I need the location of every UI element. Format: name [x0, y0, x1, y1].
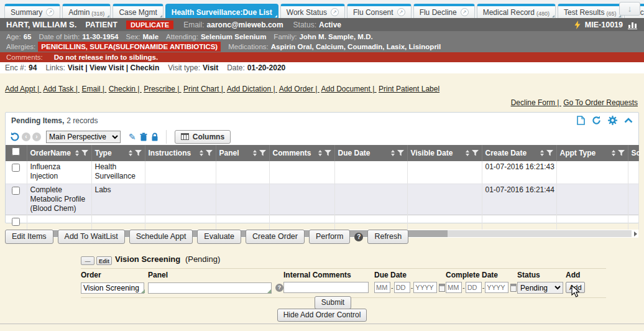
scroll-right-icon[interactable] — [634, 231, 637, 236]
link-checkin[interactable]: Checkin — [131, 63, 160, 72]
tab-test-results[interactable]: Test Results (65) — [558, 4, 622, 18]
panel-help-icon[interactable]: ? — [275, 284, 283, 292]
col-instructions[interactable]: Instructions — [149, 149, 191, 157]
new-document-icon[interactable] — [577, 116, 585, 125]
filter-icon[interactable] — [81, 150, 88, 156]
filter-icon[interactable] — [618, 150, 625, 156]
col-due-date[interactable]: Due Date — [338, 149, 370, 157]
filter-icon[interactable] — [259, 150, 266, 156]
sort-icon[interactable] — [391, 150, 395, 156]
due-date-year-input[interactable] — [413, 282, 437, 293]
col-type[interactable]: Type — [95, 149, 112, 157]
complete-date-year-input[interactable] — [485, 282, 508, 293]
tab-flu-decline[interactable]: Flu Decline ↗ — [413, 4, 475, 18]
calendar-icon[interactable] — [439, 284, 445, 292]
perform-button[interactable]: Perform — [309, 230, 350, 244]
sort-icon[interactable] — [75, 150, 79, 156]
submit-button[interactable]: Submit — [315, 296, 351, 309]
complete-date-day-input[interactable] — [466, 282, 482, 293]
link-visit[interactable]: Visit — [68, 63, 90, 72]
col-create-date[interactable]: Create Date — [485, 149, 527, 157]
link-add-appt[interactable]: Add Appt — [5, 85, 42, 93]
col-sc[interactable]: Sc — [632, 149, 641, 157]
collapse-order-button[interactable]: — — [81, 256, 94, 265]
link-go-to-order-requests[interactable]: Go To Order Requests — [563, 98, 638, 107]
table-row[interactable]: Complete Metabolic Profile (Blood Chem) … — [6, 184, 638, 215]
col-panel[interactable]: Panel — [219, 149, 239, 157]
link-checkin[interactable]: Checkin — [109, 85, 142, 93]
refresh-button[interactable]: Refresh — [367, 230, 408, 244]
due-date-month-input[interactable] — [374, 282, 390, 293]
link-view-visit[interactable]: View Visit — [90, 63, 131, 72]
sort-icon[interactable] — [318, 150, 322, 156]
schedule-appt-button[interactable]: Schedule Appt — [129, 230, 193, 244]
sort-icon[interactable] — [129, 150, 132, 156]
status-select[interactable]: Pending — [517, 282, 563, 294]
filter-icon[interactable] — [472, 150, 479, 156]
tab-work-status[interactable]: Work Status ↗ — [280, 4, 345, 18]
link-add-dictation[interactable]: Add Dictation — [227, 85, 277, 93]
edit-items-button[interactable]: Edit Items — [5, 230, 53, 244]
columns-button[interactable]: Columns — [175, 130, 231, 144]
add-button[interactable]: Add — [566, 282, 585, 293]
filter-icon[interactable] — [546, 150, 553, 156]
sort-icon[interactable] — [540, 150, 544, 156]
evaluate-button[interactable]: Evaluate — [197, 230, 241, 244]
external-link-icon[interactable]: ↗ — [397, 8, 405, 16]
delete-perspective-icon[interactable] — [140, 133, 147, 141]
sort-icon[interactable] — [253, 150, 257, 156]
collapse-chevron-icon[interactable] — [624, 118, 633, 123]
col-appt-type[interactable]: Appt Type — [560, 149, 596, 157]
undo-icon[interactable] — [9, 132, 20, 142]
perspective-select[interactable]: Main Perspective — [46, 131, 121, 143]
col-visible-date[interactable]: Visible Date — [411, 149, 453, 157]
lightning-icon[interactable] — [574, 21, 581, 29]
filter-icon[interactable] — [324, 150, 331, 156]
sort-icon[interactable] — [466, 150, 469, 156]
link-add-document[interactable]: Add Document — [321, 85, 376, 93]
link-prescribe[interactable]: Prescribe — [144, 85, 181, 93]
calendar-icon[interactable] — [510, 284, 517, 292]
lock-perspective-icon[interactable] — [151, 133, 159, 141]
tab-medical-record[interactable]: Medical Record (480) — [477, 4, 556, 18]
select-all-checkbox[interactable] — [12, 147, 20, 156]
panel-input[interactable] — [148, 282, 272, 294]
col-ordername[interactable]: OrderName — [30, 149, 71, 157]
tab-case-mgmt[interactable]: Case Mgmt — [113, 4, 163, 18]
order-input[interactable] — [81, 282, 144, 294]
tab-admin[interactable]: Admin (318) — [62, 4, 111, 18]
col-comments[interactable]: Comments — [273, 149, 311, 157]
link-add-order[interactable]: Add Order — [279, 85, 320, 93]
tab-flu-consent[interactable]: Flu Consent ↗ — [347, 4, 412, 18]
sort-icon[interactable] — [612, 150, 615, 156]
internal-comments-input[interactable] — [283, 282, 369, 293]
link-print-patient-label[interactable]: Print Patient Label — [379, 85, 439, 93]
row-checkbox[interactable] — [12, 164, 20, 172]
link-email[interactable]: Email — [81, 85, 106, 93]
add-to-waitlist-button[interactable]: Add To WaitList — [58, 230, 125, 244]
complete-date-month-input[interactable] — [446, 282, 462, 293]
prev-perspective-icon[interactable]: ‹ — [22, 133, 30, 141]
next-perspective-icon[interactable]: › — [32, 133, 41, 141]
filter-icon[interactable] — [135, 150, 142, 156]
external-link-icon[interactable]: ↗ — [461, 8, 469, 16]
gear-icon[interactable] — [608, 116, 617, 125]
edit-order-button[interactable]: Edit — [96, 256, 112, 265]
table-row[interactable]: Influenza Injection Health Surveillance … — [6, 161, 638, 184]
tab-health-surveillance-due-list[interactable]: Health Surveillance:Due List — [165, 4, 278, 18]
external-link-icon[interactable]: ↗ — [46, 8, 54, 16]
link-add-task[interactable]: Add Task — [43, 85, 80, 93]
filter-icon[interactable] — [397, 150, 404, 156]
refresh-icon[interactable] — [592, 116, 601, 125]
row-checkbox[interactable] — [12, 218, 20, 226]
tab-overflow-button[interactable]: ↓ — [619, 2, 640, 16]
bar-chart-icon[interactable] — [627, 21, 638, 29]
filter-icon[interactable] — [206, 150, 213, 156]
edit-perspective-icon[interactable]: ✎ — [129, 132, 136, 142]
sort-icon[interactable] — [200, 150, 203, 156]
external-link-icon[interactable]: ↗ — [331, 8, 339, 16]
create-order-button[interactable]: Create Order — [246, 230, 305, 244]
help-icon[interactable]: ? — [354, 233, 363, 241]
tab-summary[interactable]: Summary ↗ — [4, 4, 60, 18]
row-checkbox[interactable] — [12, 187, 20, 195]
